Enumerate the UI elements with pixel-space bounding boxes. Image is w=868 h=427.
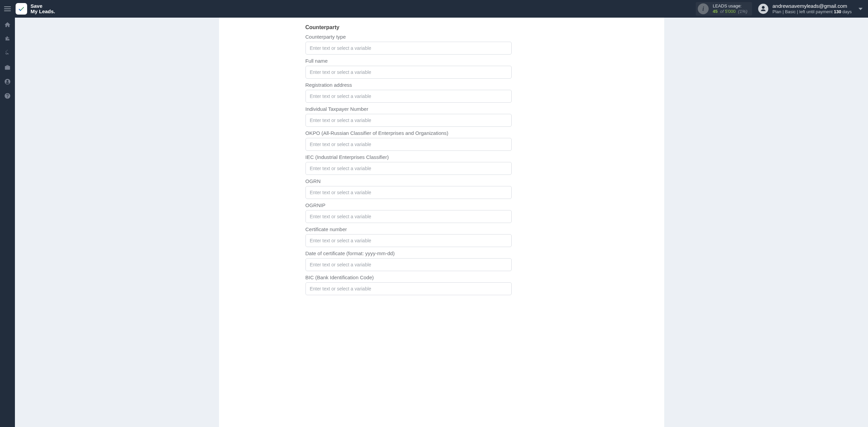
menu-toggle-button[interactable]: [0, 0, 15, 18]
avatar-icon: [758, 4, 768, 14]
usage-percent: (1%): [738, 9, 747, 14]
sitemap-icon: [4, 36, 11, 42]
sidebar-item-work[interactable]: [0, 60, 15, 75]
account-text: andrewsavemyleads@gmail.com Plan | Basic…: [772, 3, 852, 15]
sidebar-item-billing[interactable]: [0, 46, 15, 60]
usage-label: LEADS usage:: [713, 3, 747, 9]
field-label: Counterparty type: [305, 34, 512, 40]
main-scroll[interactable]: Counterparty Counterparty typeFull nameR…: [15, 18, 868, 427]
form-field: OKPO (All-Russian Classifier of Enterpri…: [305, 130, 512, 151]
chevron-down-icon: [859, 8, 863, 10]
field-input[interactable]: [305, 138, 512, 151]
plan-days-word: days: [843, 9, 852, 14]
form-field: Date of certificate (format: yyyy-mm-dd): [305, 250, 512, 271]
sidebar: [0, 18, 15, 427]
field-label: Registration address: [305, 82, 512, 88]
sidebar-item-help[interactable]: [0, 89, 15, 103]
check-icon: [18, 5, 25, 13]
field-input[interactable]: [305, 234, 512, 247]
brand-logo-icon: [16, 3, 27, 15]
field-label: OGRN: [305, 178, 512, 184]
account-dropdown-toggle[interactable]: [859, 0, 863, 18]
brand-text: Save My Leads.: [31, 3, 55, 15]
field-input[interactable]: [305, 162, 512, 175]
hamburger-icon: [4, 6, 11, 11]
field-input[interactable]: [305, 258, 512, 271]
info-icon: i: [698, 3, 709, 14]
plan-prefix: Plan |: [772, 9, 784, 14]
plan-days: 130: [834, 9, 841, 14]
field-input[interactable]: [305, 114, 512, 127]
usage-total: 5'000: [725, 9, 735, 14]
form-field: OGRNIP: [305, 202, 512, 223]
account-email: andrewsavemyleads@gmail.com: [772, 3, 852, 9]
form: Counterparty Counterparty typeFull nameR…: [305, 24, 512, 295]
field-input[interactable]: [305, 282, 512, 295]
field-input[interactable]: [305, 186, 512, 199]
plan-mid: | left until payment: [797, 9, 832, 14]
field-label: OKPO (All-Russian Classifier of Enterpri…: [305, 130, 512, 136]
field-label: Date of certificate (format: yyyy-mm-dd): [305, 250, 512, 256]
briefcase-icon: [4, 64, 11, 71]
form-field: Counterparty type: [305, 34, 512, 55]
form-field: OGRN: [305, 178, 512, 199]
plan-name: Basic: [785, 9, 796, 14]
sidebar-item-profile[interactable]: [0, 75, 15, 89]
form-panel: Counterparty Counterparty typeFull nameR…: [219, 18, 664, 427]
field-input[interactable]: [305, 42, 512, 55]
form-field: Registration address: [305, 82, 512, 103]
field-input[interactable]: [305, 66, 512, 79]
usage-used: 45: [713, 9, 717, 14]
field-input[interactable]: [305, 210, 512, 223]
sidebar-item-connections[interactable]: [0, 32, 15, 46]
form-field: Certificate number: [305, 226, 512, 247]
usage-box[interactable]: i LEADS usage: 45 of 5'000 (1%): [696, 2, 752, 16]
question-circle-icon: [4, 93, 11, 99]
sidebar-item-home[interactable]: [0, 18, 15, 32]
field-label: OGRNIP: [305, 202, 512, 208]
field-label: Individual Taxpayer Number: [305, 106, 512, 112]
brand-line2: My Leads.: [31, 8, 55, 14]
field-input[interactable]: [305, 90, 512, 103]
brand-line1: Save: [31, 3, 55, 9]
account-menu[interactable]: andrewsavemyleads@gmail.com Plan | Basic…: [758, 3, 868, 15]
field-label: Certificate number: [305, 226, 512, 232]
form-field: IEC (Industrial Enterprises Classifier): [305, 154, 512, 175]
field-label: IEC (Industrial Enterprises Classifier): [305, 154, 512, 160]
field-label: Full name: [305, 58, 512, 64]
form-field: BIC (Bank Identification Code): [305, 274, 512, 295]
usage-text: LEADS usage: 45 of 5'000 (1%): [713, 3, 747, 15]
home-icon: [4, 21, 11, 28]
form-field: Individual Taxpayer Number: [305, 106, 512, 127]
dollar-icon: [5, 50, 10, 57]
topbar: Save My Leads. i LEADS usage: 45 of 5'00…: [0, 0, 868, 18]
field-label: BIC (Bank Identification Code): [305, 274, 512, 280]
usage-of-word: of: [720, 9, 724, 14]
section-title: Counterparty: [305, 24, 512, 30]
user-circle-icon: [4, 78, 11, 85]
brand[interactable]: Save My Leads.: [15, 3, 55, 15]
form-field: Full name: [305, 58, 512, 79]
